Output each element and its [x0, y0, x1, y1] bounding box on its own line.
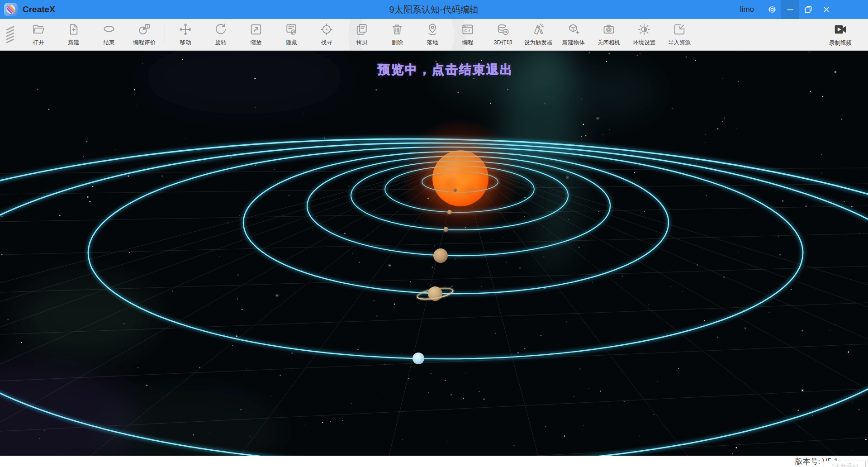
toolbar-button-label: 拷贝 — [356, 39, 368, 47]
toolbar-button-hide[interactable]: 隐藏 — [274, 19, 309, 51]
trigger-icon — [531, 23, 545, 38]
toolbar-button-trigger[interactable]: 设为触发器 — [521, 19, 556, 51]
toolbar: 打开 新建 结束 编程评价 移动 旋转 缩放 隐藏 找寻 拷贝 — [0, 19, 868, 51]
close-button[interactable] — [817, 0, 835, 19]
print3d-icon — [496, 23, 510, 38]
preview-overlay-text: 预览中，点击结束退出 — [378, 62, 513, 78]
newobject-icon — [567, 23, 580, 38]
toolbar-button-label: 打开 — [33, 39, 44, 47]
planet-earth — [444, 227, 449, 232]
toolbar-button-record[interactable]: 录制视频 — [823, 19, 858, 51]
app-name: CreateX — [23, 5, 55, 14]
toolbar-button-label: 移动 — [180, 39, 191, 47]
toolbar-button-environment[interactable]: 环境设置 — [626, 19, 662, 51]
planet-mercury — [454, 189, 457, 192]
toolbar-button-scale[interactable]: 缩放 — [238, 19, 274, 51]
toolbar-button-label: 结束 — [104, 39, 115, 47]
toolbar-button-label: 找寻 — [321, 39, 332, 47]
restore-button[interactable] — [799, 0, 817, 19]
toolbar-button-delete[interactable]: 删除 — [379, 19, 415, 51]
minimize-button[interactable] — [781, 0, 799, 19]
end-icon — [102, 23, 116, 38]
toolbar-button-open[interactable]: 打开 — [21, 19, 56, 51]
planet-uranus — [413, 353, 424, 364]
record-icon — [833, 22, 848, 38]
land-icon — [426, 23, 439, 38]
rotate-icon — [214, 23, 228, 38]
delete-icon — [390, 23, 404, 38]
toolbar-button-camera[interactable]: 关闭相机 — [591, 19, 626, 51]
titlebar: CreateX 9太阳系认知-代码编辑 limo — [0, 0, 868, 19]
toolbar-button-label: 缩放 — [251, 39, 262, 47]
toolbar-button-label: 新建物体 — [562, 39, 585, 47]
toolbar-separator — [165, 24, 165, 45]
environment-icon — [637, 23, 651, 38]
toolbar-button-land[interactable]: 落地 — [415, 19, 450, 51]
toolbar-button-label: 环境设置 — [633, 39, 655, 47]
move-icon — [179, 23, 192, 38]
evaluate-icon — [138, 23, 151, 38]
toolbar-button-program[interactable]: C:/ 编程 — [450, 19, 485, 51]
user-name[interactable]: limo — [740, 5, 754, 14]
scale-icon — [249, 23, 263, 38]
toolbar-button-label: 编程 — [462, 39, 474, 47]
open-icon — [32, 23, 45, 38]
scene-viewport[interactable]: 预览中，点击结束退出 — [0, 51, 868, 456]
toolbar-button-print3d[interactable]: 3D打印 — [485, 19, 521, 51]
new-icon — [67, 23, 81, 38]
window-title: 9太阳系认知-代码编辑 — [389, 4, 479, 16]
toolbar-button-label: 新建 — [68, 39, 80, 47]
toolbar-button-copy[interactable]: 拷贝 — [344, 19, 379, 51]
toolbar-button-label: 删除 — [392, 39, 403, 47]
toolbar-button-import[interactable]: 导入资源 — [662, 19, 697, 51]
toolbar-button-label: 导入资源 — [668, 39, 691, 47]
toolbar-button-label: 设为触发器 — [524, 39, 553, 47]
toolbar-button-move[interactable]: 移动 — [168, 19, 203, 51]
toolbar-button-label: 3D打印 — [494, 39, 512, 47]
drag-grip-icon[interactable] — [0, 19, 21, 51]
app-logo-icon — [4, 3, 18, 16]
toolbar-button-label: 录制视频 — [829, 39, 852, 47]
toolbar-button-label: 编程评价 — [133, 39, 156, 47]
statusbar: 版本号: V5.1 1个新通知 — [0, 456, 868, 467]
svg-text:C:/: C:/ — [465, 29, 470, 33]
toolbar-button-end[interactable]: 结束 — [91, 19, 127, 51]
camera-icon — [602, 23, 616, 38]
hide-icon — [285, 23, 298, 38]
planet-venus — [447, 210, 452, 214]
toolbar-button-find[interactable]: 找寻 — [309, 19, 344, 51]
toolbar-button-rotate[interactable]: 旋转 — [203, 19, 238, 51]
copy-icon — [355, 23, 369, 38]
toolbar-button-label: 隐藏 — [286, 39, 297, 47]
toolbar-button-label: 旋转 — [215, 39, 227, 47]
toolbar-button-label: 落地 — [427, 39, 438, 47]
program-icon: C:/ — [461, 23, 474, 38]
toolbar-button-new[interactable]: 新建 — [56, 19, 91, 51]
find-icon — [320, 23, 333, 38]
toolbar-button-evaluate[interactable]: 编程评价 — [127, 19, 162, 51]
notification-popup[interactable]: 1个新通知 — [824, 461, 866, 467]
toolbar-button-newobject[interactable]: 新建物体 — [556, 19, 591, 51]
import-icon — [673, 23, 686, 38]
settings-gear-icon[interactable] — [763, 0, 781, 19]
toolbar-button-label: 关闭相机 — [598, 39, 620, 47]
planet-jupiter — [433, 248, 448, 263]
